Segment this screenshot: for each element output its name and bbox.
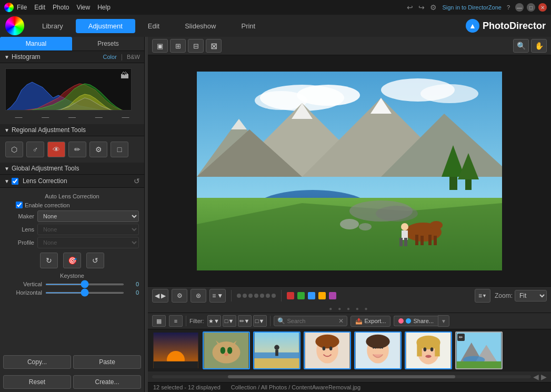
filter-flag[interactable]: □▼ (223, 315, 236, 327)
tab-adjustment[interactable]: Adjustment (76, 19, 135, 33)
hist-btn-3[interactable]: — (68, 113, 76, 121)
color-dot-orange[interactable] (318, 292, 326, 299)
menu-help[interactable]: Help (97, 4, 111, 11)
list-item[interactable] (304, 331, 351, 369)
enable-correction-checkbox[interactable] (16, 202, 23, 208)
toolbar-icon-settings[interactable]: ⚙ (430, 3, 437, 12)
share-dropdown-button[interactable]: ▼ (438, 315, 449, 327)
profile-select[interactable]: None (37, 237, 139, 248)
tab-slideshow[interactable]: Slideshow (172, 19, 228, 33)
copy-button[interactable]: Copy... (3, 355, 71, 369)
toolbar-icon-undo[interactable]: ↩ (407, 3, 413, 12)
dot-7[interactable] (272, 294, 276, 298)
tool-brush[interactable]: ✏ (68, 142, 86, 157)
color-dot-blue[interactable] (308, 292, 315, 299)
action-btn-1[interactable]: ↻ (40, 253, 58, 268)
list-item[interactable] (354, 331, 402, 369)
toolbar-icon-redo[interactable]: ↪ (418, 3, 425, 12)
global-tools-header[interactable]: ▼ Global Adjustment Tools (0, 163, 144, 175)
filmstrip-next-button[interactable]: ▶ (541, 373, 547, 381)
sort-btn[interactable]: ≡ ▼ (475, 289, 490, 303)
lens-select[interactable]: None (37, 224, 139, 235)
color-dot-red[interactable] (287, 292, 294, 299)
edit-info-btn[interactable]: ⊛ (191, 289, 206, 303)
tab-library[interactable]: Library (29, 19, 76, 33)
lens-reset-icon[interactable]: ↺ (134, 177, 140, 185)
hand-button[interactable]: ✋ (531, 39, 547, 53)
drag-dots[interactable]: ● ● ● ● ● (329, 306, 369, 311)
strip-list-btn[interactable]: ≡ (169, 315, 183, 327)
horizontal-slider[interactable] (45, 292, 124, 294)
histogram-bw-label[interactable]: B&W (127, 54, 140, 60)
action-btn-3[interactable]: ↺ (86, 253, 104, 268)
paste-button[interactable]: Paste (73, 355, 141, 369)
list-item[interactable] (253, 331, 300, 369)
color-dot-purple[interactable] (329, 292, 336, 299)
strip-grid-btn[interactable]: ▦ (152, 315, 166, 327)
scroll-thumb[interactable] (228, 375, 455, 378)
histogram-color-label[interactable]: Color (103, 54, 117, 60)
sort-chevron-icon: ▼ (482, 293, 487, 298)
filter-color[interactable]: □▼ (253, 315, 267, 327)
dot-6[interactable] (266, 294, 270, 298)
hist-btn-4[interactable]: — (95, 113, 103, 121)
view-side-compare[interactable]: ⊞ (170, 39, 186, 53)
hist-btn-1[interactable]: — (15, 113, 22, 121)
scroll-track[interactable] (152, 375, 531, 378)
sign-in-link[interactable]: Sign in to DirectorZone (442, 4, 502, 11)
tab-edit[interactable]: Edit (135, 19, 172, 33)
dot-5[interactable] (260, 294, 264, 298)
histogram-header[interactable]: ▼ Histogram Color | B&W (0, 51, 144, 63)
list-item[interactable] (152, 331, 199, 369)
menu-file[interactable]: File (17, 4, 27, 11)
help-btn[interactable]: ? (507, 4, 510, 11)
search-input[interactable] (287, 318, 336, 324)
tool-select[interactable]: □ (111, 142, 128, 157)
view-grid[interactable]: ⊟ (188, 39, 204, 53)
reset-button[interactable]: Reset (3, 375, 71, 389)
edit-settings-btn[interactable]: ⚙ (172, 289, 187, 303)
edit-list-btn[interactable]: ≡ ▼ (209, 289, 226, 303)
maximize-button[interactable]: □ (527, 3, 535, 12)
tool-radial[interactable]: ♂ (26, 142, 44, 157)
maker-select[interactable]: None (37, 210, 139, 222)
search-clear-button[interactable]: ✕ (338, 317, 344, 325)
hist-btn-2[interactable]: — (42, 113, 49, 121)
menu-edit[interactable]: Edit (34, 4, 45, 11)
create-button[interactable]: Create... (73, 375, 141, 389)
filter-star[interactable]: ★▼ (207, 315, 221, 327)
tab-print[interactable]: Print (228, 19, 268, 33)
regional-tools-header[interactable]: ▼ Regional Adjustment Tools (0, 124, 144, 136)
list-item[interactable]: ✏ (455, 331, 503, 369)
minimize-button[interactable]: — (515, 3, 524, 12)
magnify-button[interactable]: 🔍 (513, 39, 529, 53)
close-button[interactable]: ✕ (538, 3, 547, 12)
view-compare[interactable]: ⊠ (206, 39, 222, 53)
list-item[interactable] (203, 331, 250, 369)
lens-correction-header[interactable]: ▼ Lens Correction ↺ (0, 175, 144, 188)
hist-btn-5[interactable]: — (122, 113, 129, 121)
tool-gradient[interactable]: ⬡ (5, 142, 23, 157)
lens-enable-checkbox[interactable] (12, 178, 18, 185)
export-button[interactable]: 📤 Export... (350, 316, 391, 327)
share-button[interactable]: Share... (394, 316, 438, 326)
tab-presets[interactable]: Presets (72, 37, 144, 51)
tab-manual[interactable]: Manual (0, 37, 72, 51)
zoom-select[interactable]: Fit Fill 25% 50% 100% (515, 290, 547, 301)
filter-edit[interactable]: ✏▼ (238, 315, 252, 327)
menu-view[interactable]: View (76, 4, 90, 11)
filmstrip-prev-button[interactable]: ◀ (533, 373, 539, 381)
action-btn-2[interactable]: 🎯 (63, 253, 81, 268)
menu-photo[interactable]: Photo (53, 4, 69, 11)
edit-prev-btn[interactable]: ◀ ▶ (152, 289, 168, 303)
dot-2[interactable] (243, 294, 247, 298)
vertical-slider[interactable] (45, 284, 124, 285)
dot-3[interactable] (248, 294, 253, 298)
view-single[interactable]: ▣ (152, 39, 168, 53)
tool-eye[interactable]: 👁 (47, 142, 65, 157)
color-dot-green[interactable] (297, 292, 305, 299)
dot-4[interactable] (254, 294, 258, 298)
dot-1[interactable] (237, 294, 241, 298)
list-item[interactable] (405, 331, 452, 369)
tool-smart[interactable]: ⚙ (89, 142, 107, 157)
